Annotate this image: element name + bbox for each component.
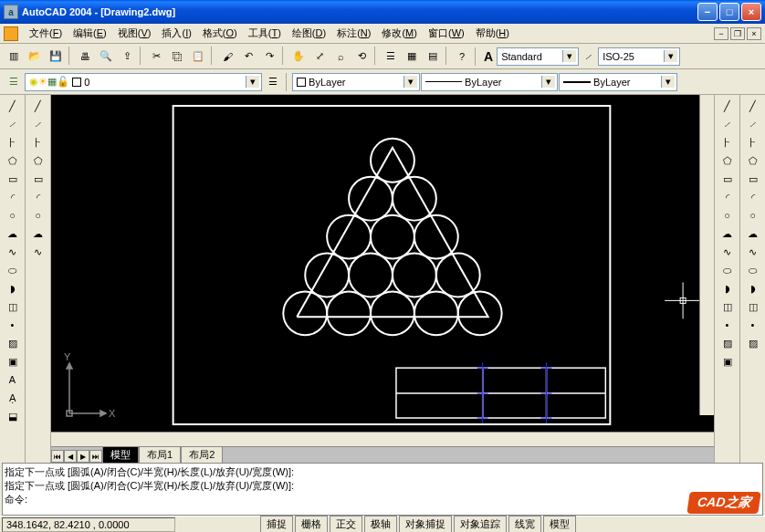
fillet-icon[interactable]: ▨ <box>743 334 763 352</box>
menu-v[interactable]: 视图(V) <box>112 25 157 42</box>
undo-icon[interactable]: ↶ <box>238 47 258 67</box>
block-icon[interactable]: ◫ <box>3 297 23 316</box>
stretch-icon[interactable]: ∿ <box>743 243 763 261</box>
status-模型[interactable]: 模型 <box>543 516 576 532</box>
menu-t[interactable]: 工具(T) <box>243 25 287 42</box>
sketch-icon[interactable]: ◜ <box>28 188 48 206</box>
donut-icon[interactable]: ⬠ <box>28 151 48 170</box>
matchprop-icon[interactable]: 🖌 <box>217 47 237 67</box>
table-icon[interactable]: ∿ <box>28 243 48 261</box>
array-icon[interactable]: ▭ <box>718 170 738 188</box>
extend-icon[interactable]: ◗ <box>743 279 763 297</box>
tab-prev[interactable]: ◀ <box>64 450 77 463</box>
explode-icon[interactable]: ▣ <box>718 352 738 370</box>
menu-e[interactable]: 编辑(E) <box>68 25 112 42</box>
status-线宽[interactable]: 线宽 <box>508 516 541 532</box>
menu-o[interactable]: 格式(O) <box>197 25 243 42</box>
ellipse-icon[interactable]: ⬭ <box>3 261 23 279</box>
extend-icon[interactable]: ◗ <box>718 279 738 297</box>
tab-first[interactable]: ⏮ <box>51 450 64 463</box>
rectangle-icon[interactable]: ▭ <box>3 170 23 188</box>
open-icon[interactable]: 📂 <box>25 47 45 67</box>
designcenter-icon[interactable]: ▦ <box>402 47 422 67</box>
menu-i[interactable]: 插入(I) <box>156 25 196 42</box>
tab-model[interactable]: 模型 <box>102 446 139 463</box>
status-正交[interactable]: 正交 <box>330 516 362 532</box>
chamfer-icon[interactable]: • <box>743 316 763 334</box>
save-icon[interactable]: 💾 <box>46 47 66 67</box>
preview-icon[interactable]: 🔍 <box>96 47 116 67</box>
tab-last[interactable]: ⏭ <box>89 450 102 463</box>
constructionline-icon[interactable]: ╱ <box>28 97 48 115</box>
move-icon[interactable]: ◜ <box>743 188 763 206</box>
point-icon[interactable]: • <box>3 316 23 334</box>
mirror-icon[interactable]: ⺊ <box>718 133 738 151</box>
multiline-icon[interactable]: ⟋ <box>28 115 48 133</box>
copy-icon[interactable]: ⟋ <box>743 115 763 133</box>
3dpoly-icon[interactable]: ⺊ <box>28 133 48 151</box>
scale-icon[interactable]: ☁ <box>743 224 763 243</box>
rotate-icon[interactable]: ○ <box>718 206 738 224</box>
pan-icon[interactable]: ✋ <box>288 47 309 67</box>
erase-icon[interactable]: ╱ <box>718 97 738 115</box>
status-对象追踪[interactable]: 对象追踪 <box>454 516 507 532</box>
rotate-icon[interactable]: ○ <box>743 206 763 224</box>
tab-layout2[interactable]: 布局2 <box>181 446 223 463</box>
revcloud-icon[interactable]: ☁ <box>3 224 23 243</box>
pline-icon[interactable]: ⺊ <box>3 133 23 151</box>
break-icon[interactable]: ◫ <box>718 297 738 316</box>
dimstyle-combo[interactable]: ISO-25 <box>598 47 680 66</box>
stretch-icon[interactable]: ∿ <box>718 243 738 261</box>
layermgr-button[interactable]: ☰ <box>4 72 24 92</box>
copy-icon[interactable]: ⿻ <box>167 47 187 67</box>
doc-restore-button[interactable]: ❐ <box>730 27 745 40</box>
redo-icon[interactable]: ↷ <box>259 47 279 67</box>
zoom-realtime-icon[interactable]: ⤢ <box>309 47 330 67</box>
textstyle-combo[interactable]: Standard <box>497 47 579 66</box>
command-window[interactable]: 指定下一点或 [圆弧(A)/闭合(C)/半宽(H)/长度(L)/放弃(U)/宽度… <box>2 463 763 516</box>
color-combo[interactable]: ByLayer <box>292 73 420 91</box>
polygon-icon[interactable]: ⬠ <box>3 151 23 170</box>
plot-icon[interactable]: 🖶 <box>75 47 95 67</box>
layerprev-button[interactable]: ☰ <box>263 72 283 92</box>
boundary-icon[interactable]: ○ <box>28 206 48 224</box>
break-icon[interactable]: ◫ <box>743 297 763 316</box>
menu-w[interactable]: 窗口(W) <box>423 25 470 42</box>
layer-combo[interactable]: ◉☀▦🔓 0 <box>25 73 262 91</box>
tab-layout1[interactable]: 布局1 <box>139 446 181 463</box>
toolpalettes-icon[interactable]: ▤ <box>423 47 443 67</box>
publish-icon[interactable]: ⇪ <box>117 47 137 67</box>
ellipsearc-icon[interactable]: ◗ <box>3 279 23 297</box>
paste-icon[interactable]: 📋 <box>188 47 208 67</box>
text-icon[interactable]: A <box>3 370 23 389</box>
lineweight-combo[interactable]: ByLayer <box>559 73 677 91</box>
tab-next[interactable]: ▶ <box>77 450 89 463</box>
menu-m[interactable]: 修改(M) <box>376 25 423 42</box>
line-icon[interactable]: ╱ <box>3 97 23 115</box>
offset-icon[interactable]: ⬠ <box>718 151 738 170</box>
copy-icon[interactable]: ⟋ <box>718 115 738 133</box>
minimize-button[interactable]: − <box>697 3 718 21</box>
new-icon[interactable]: ▥ <box>4 47 24 67</box>
arc3p-icon[interactable]: ▭ <box>28 170 48 188</box>
menu-n[interactable]: 标注(N) <box>331 25 376 42</box>
properties-icon[interactable]: ☰ <box>381 47 401 67</box>
linetype-combo[interactable]: ByLayer <box>421 73 558 91</box>
multitext-icon[interactable]: ☁ <box>28 224 48 243</box>
spline-icon[interactable]: ∿ <box>3 243 23 261</box>
doc-minimize-button[interactable]: − <box>714 27 728 40</box>
trim-icon[interactable]: ⬭ <box>718 261 738 279</box>
menu-d[interactable]: 绘图(D) <box>287 25 331 42</box>
status-捕捉[interactable]: 捕捉 <box>260 516 293 532</box>
zoom-previous-icon[interactable]: ⟲ <box>351 47 372 67</box>
status-极轴[interactable]: 极轴 <box>364 516 397 532</box>
doc-close-button[interactable]: × <box>747 27 761 40</box>
xline-icon[interactable]: ⟋ <box>3 115 23 133</box>
region-icon[interactable]: ▣ <box>3 352 23 370</box>
status-栅格[interactable]: 栅格 <box>295 516 328 532</box>
surface-icon[interactable]: ⬓ <box>3 407 23 425</box>
hscrollbar[interactable] <box>51 432 714 446</box>
trim-icon[interactable]: ⬭ <box>743 261 763 279</box>
close-button[interactable]: × <box>741 3 761 21</box>
offset-icon[interactable]: ⬠ <box>743 151 763 170</box>
